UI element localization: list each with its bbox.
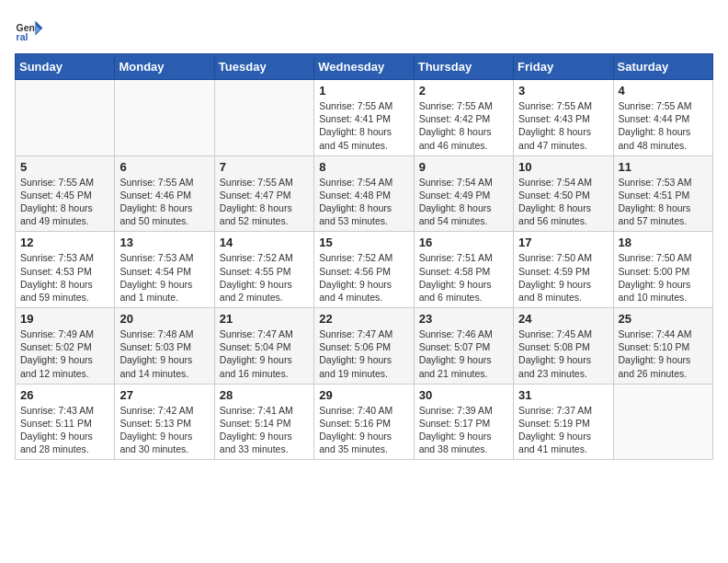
- day-number: 13: [119, 236, 209, 249]
- day-number: 2: [419, 84, 508, 98]
- day-info: Sunrise: 7:52 AM Sunset: 4:56 PM Dayligh…: [319, 251, 408, 304]
- weekday-header: Tuesday: [214, 54, 313, 80]
- calendar-day-cell: 11Sunrise: 7:53 AM Sunset: 4:51 PM Dayli…: [613, 155, 712, 232]
- day-number: 6: [119, 160, 209, 174]
- weekday-header: Friday: [514, 54, 613, 80]
- day-info: Sunrise: 7:54 AM Sunset: 4:50 PM Dayligh…: [518, 176, 608, 228]
- calendar-day-cell: 7Sunrise: 7:55 AM Sunset: 4:47 PM Daylig…: [214, 155, 313, 232]
- calendar-week-row: 26Sunrise: 7:43 AM Sunset: 5:11 PM Dayli…: [16, 384, 713, 460]
- day-number: 12: [20, 236, 109, 249]
- calendar-day-cell: 9Sunrise: 7:54 AM Sunset: 4:49 PM Daylig…: [414, 155, 513, 232]
- day-info: Sunrise: 7:45 AM Sunset: 5:08 PM Dayligh…: [518, 327, 608, 380]
- calendar-day-cell: 2Sunrise: 7:55 AM Sunset: 4:42 PM Daylig…: [414, 80, 513, 156]
- day-number: 16: [419, 236, 508, 249]
- calendar-week-row: 5Sunrise: 7:55 AM Sunset: 4:45 PM Daylig…: [16, 155, 713, 232]
- weekday-header-row: SundayMondayTuesdayWednesdayThursdayFrid…: [16, 54, 713, 80]
- day-info: Sunrise: 7:51 AM Sunset: 4:58 PM Dayligh…: [419, 251, 508, 304]
- calendar-table: SundayMondayTuesdayWednesdayThursdayFrid…: [15, 53, 713, 460]
- day-info: Sunrise: 7:48 AM Sunset: 5:03 PM Dayligh…: [119, 327, 209, 380]
- calendar-day-cell: 15Sunrise: 7:52 AM Sunset: 4:56 PM Dayli…: [314, 232, 414, 308]
- day-number: 15: [319, 236, 408, 249]
- calendar-day-cell: 17Sunrise: 7:50 AM Sunset: 4:59 PM Dayli…: [514, 232, 613, 308]
- calendar-day-cell: 30Sunrise: 7:39 AM Sunset: 5:17 PM Dayli…: [414, 384, 513, 460]
- logo-icon: Gene ral: [15, 15, 44, 44]
- day-number: 30: [419, 388, 508, 402]
- day-number: 11: [619, 160, 708, 174]
- calendar-day-cell: 14Sunrise: 7:52 AM Sunset: 4:55 PM Dayli…: [214, 232, 313, 308]
- day-number: 9: [419, 160, 508, 174]
- day-number: 23: [419, 312, 508, 326]
- weekday-header: Thursday: [414, 54, 513, 80]
- day-number: 27: [119, 388, 209, 402]
- day-info: Sunrise: 7:43 AM Sunset: 5:11 PM Dayligh…: [20, 404, 109, 456]
- day-number: 17: [518, 236, 608, 249]
- calendar-day-cell: 3Sunrise: 7:55 AM Sunset: 4:43 PM Daylig…: [514, 80, 613, 156]
- calendar-day-cell: 26Sunrise: 7:43 AM Sunset: 5:11 PM Dayli…: [16, 384, 115, 460]
- day-info: Sunrise: 7:44 AM Sunset: 5:10 PM Dayligh…: [619, 327, 708, 380]
- day-number: 31: [518, 388, 608, 402]
- calendar-day-cell: 25Sunrise: 7:44 AM Sunset: 5:10 PM Dayli…: [613, 308, 712, 385]
- day-number: 25: [619, 312, 708, 326]
- day-number: 21: [220, 312, 309, 326]
- calendar-day-cell: 18Sunrise: 7:50 AM Sunset: 5:00 PM Dayli…: [613, 232, 712, 308]
- day-info: Sunrise: 7:53 AM Sunset: 4:53 PM Dayligh…: [20, 251, 109, 304]
- day-info: Sunrise: 7:55 AM Sunset: 4:45 PM Dayligh…: [20, 176, 109, 228]
- calendar-day-cell: 31Sunrise: 7:37 AM Sunset: 5:19 PM Dayli…: [514, 384, 613, 460]
- day-info: Sunrise: 7:41 AM Sunset: 5:14 PM Dayligh…: [220, 404, 309, 456]
- day-info: Sunrise: 7:40 AM Sunset: 5:16 PM Dayligh…: [319, 404, 408, 456]
- day-info: Sunrise: 7:42 AM Sunset: 5:13 PM Dayligh…: [119, 404, 209, 456]
- day-number: 19: [20, 312, 109, 326]
- calendar-day-cell: 28Sunrise: 7:41 AM Sunset: 5:14 PM Dayli…: [214, 384, 313, 460]
- day-info: Sunrise: 7:50 AM Sunset: 5:00 PM Dayligh…: [619, 251, 708, 304]
- calendar-day-cell: 24Sunrise: 7:45 AM Sunset: 5:08 PM Dayli…: [514, 308, 613, 385]
- day-info: Sunrise: 7:37 AM Sunset: 5:19 PM Dayligh…: [518, 404, 608, 456]
- weekday-header: Monday: [115, 54, 214, 80]
- calendar-day-cell: 1Sunrise: 7:55 AM Sunset: 4:41 PM Daylig…: [314, 80, 414, 156]
- day-number: 4: [619, 84, 708, 98]
- day-number: 14: [220, 236, 309, 249]
- day-info: Sunrise: 7:55 AM Sunset: 4:46 PM Dayligh…: [119, 176, 209, 228]
- calendar-day-cell: 4Sunrise: 7:55 AM Sunset: 4:44 PM Daylig…: [613, 80, 712, 156]
- day-info: Sunrise: 7:47 AM Sunset: 5:06 PM Dayligh…: [319, 327, 408, 380]
- day-number: 22: [319, 312, 408, 326]
- day-info: Sunrise: 7:53 AM Sunset: 4:54 PM Dayligh…: [119, 251, 209, 304]
- calendar-day-cell: 29Sunrise: 7:40 AM Sunset: 5:16 PM Dayli…: [314, 384, 414, 460]
- day-number: 28: [220, 388, 309, 402]
- day-number: 3: [518, 84, 608, 98]
- day-info: Sunrise: 7:55 AM Sunset: 4:42 PM Dayligh…: [419, 99, 508, 152]
- day-info: Sunrise: 7:53 AM Sunset: 4:51 PM Dayligh…: [619, 176, 708, 228]
- day-number: 7: [220, 160, 309, 174]
- logo: Gene ral: [15, 15, 48, 44]
- calendar-day-cell: 16Sunrise: 7:51 AM Sunset: 4:58 PM Dayli…: [414, 232, 513, 308]
- day-number: 26: [20, 388, 109, 402]
- day-info: Sunrise: 7:49 AM Sunset: 5:02 PM Dayligh…: [20, 327, 109, 380]
- calendar-day-cell: 22Sunrise: 7:47 AM Sunset: 5:06 PM Dayli…: [314, 308, 414, 385]
- day-info: Sunrise: 7:39 AM Sunset: 5:17 PM Dayligh…: [419, 404, 508, 456]
- weekday-header: Sunday: [16, 54, 115, 80]
- calendar-day-cell: 10Sunrise: 7:54 AM Sunset: 4:50 PM Dayli…: [514, 155, 613, 232]
- calendar-day-cell: [115, 80, 214, 156]
- weekday-header: Saturday: [613, 54, 712, 80]
- day-info: Sunrise: 7:52 AM Sunset: 4:55 PM Dayligh…: [220, 251, 309, 304]
- day-info: Sunrise: 7:46 AM Sunset: 5:07 PM Dayligh…: [419, 327, 508, 380]
- day-number: 20: [119, 312, 209, 326]
- calendar-day-cell: 13Sunrise: 7:53 AM Sunset: 4:54 PM Dayli…: [115, 232, 214, 308]
- calendar-day-cell: [214, 80, 313, 156]
- day-number: 5: [20, 160, 109, 174]
- day-number: 8: [319, 160, 408, 174]
- calendar-day-cell: 19Sunrise: 7:49 AM Sunset: 5:02 PM Dayli…: [16, 308, 115, 385]
- calendar-day-cell: 12Sunrise: 7:53 AM Sunset: 4:53 PM Dayli…: [16, 232, 115, 308]
- page-header: Gene ral: [15, 15, 713, 44]
- day-info: Sunrise: 7:55 AM Sunset: 4:47 PM Dayligh…: [220, 176, 309, 228]
- calendar-day-cell: 5Sunrise: 7:55 AM Sunset: 4:45 PM Daylig…: [16, 155, 115, 232]
- calendar-day-cell: 6Sunrise: 7:55 AM Sunset: 4:46 PM Daylig…: [115, 155, 214, 232]
- svg-text:ral: ral: [17, 32, 28, 42]
- calendar-day-cell: [613, 384, 712, 460]
- day-number: 24: [518, 312, 608, 326]
- calendar-day-cell: 27Sunrise: 7:42 AM Sunset: 5:13 PM Dayli…: [115, 384, 214, 460]
- weekday-header: Wednesday: [314, 54, 414, 80]
- calendar-week-row: 1Sunrise: 7:55 AM Sunset: 4:41 PM Daylig…: [16, 80, 713, 156]
- calendar-day-cell: 8Sunrise: 7:54 AM Sunset: 4:48 PM Daylig…: [314, 155, 414, 232]
- day-number: 29: [319, 388, 408, 402]
- calendar-day-cell: [16, 80, 115, 156]
